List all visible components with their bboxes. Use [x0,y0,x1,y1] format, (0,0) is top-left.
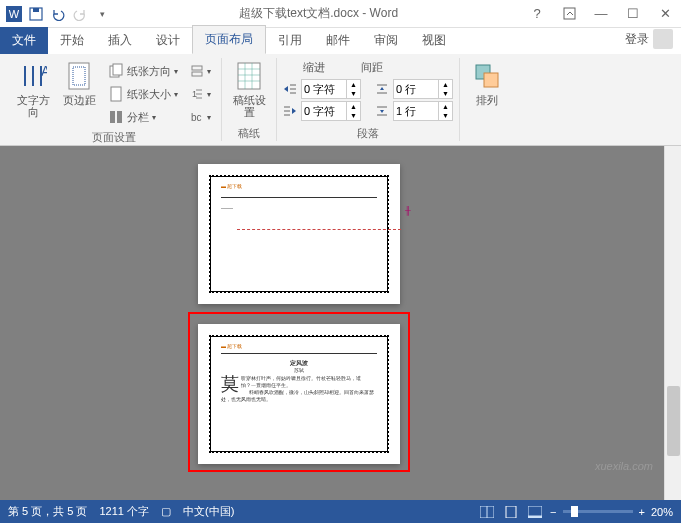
section-break-line [237,229,401,230]
ribbon-display-button[interactable] [557,4,581,24]
group-稿纸: 稿纸设置 稿纸 [222,58,277,141]
word-count[interactable]: 1211 个字 [99,504,149,519]
zoom-out[interactable]: − [550,506,556,518]
svg-text:bc: bc [191,112,202,123]
svg-rect-12 [117,111,122,123]
poem-line4: 处，也无风雨也无晴。 [221,396,271,402]
group-paragraph: 缩进间距 ▲▼ ▲▼ ▲▼ ▲▼ 段落 [277,58,460,141]
redo-icon[interactable] [70,4,90,24]
tab-design[interactable]: 设计 [144,27,192,54]
breaks-button[interactable]: ▾ [186,60,215,82]
zoom-in[interactable]: + [639,506,645,518]
print-layout-icon[interactable] [502,504,520,520]
tab-mailings[interactable]: 邮件 [314,27,362,54]
spellcheck-icon[interactable]: ▢ [161,505,171,518]
page1-header: 超下载 [227,183,242,189]
indent-right-input[interactable]: ▲▼ [301,101,361,121]
spacing-after-icon [375,105,389,117]
language-status[interactable]: 中文(中国) [183,504,234,519]
text-direction-button[interactable]: A 文字方向 [12,58,54,118]
tab-review[interactable]: 审阅 [362,27,410,54]
poem-line2: 怕？一蓑烟雨任平生。 [241,382,291,388]
indent-left-input[interactable]: ▲▼ [301,79,361,99]
page-thumb-1[interactable]: ▬ 超下载 —— [198,164,400,304]
watermark: xuexila.com [595,460,653,472]
break-marker: ╫ [405,206,411,215]
group-arrange: 排列 [460,58,514,141]
svg-rect-17 [238,63,260,89]
tab-insert[interactable]: 插入 [96,27,144,54]
arrange-button[interactable]: 排列 [466,58,508,106]
text-direction-label: 文字方向 [12,94,54,118]
vertical-scrollbar[interactable] [664,146,681,500]
spacing-after-input[interactable]: ▲▼ [393,101,453,121]
word-icon[interactable]: W [4,4,24,24]
margins-label: 页边距 [63,94,96,106]
ribbon: A 文字方向 页边距 纸张方向▾ 纸张大小▾ 分栏▾ ▾ 1▾ bc▾ 页面设置 [0,54,681,146]
tab-references[interactable]: 引用 [266,27,314,54]
poem-line3: 料峭春风吹酒醒，微冷，山头斜照却相迎。回首向来萧瑟 [221,389,377,396]
page2-header: 超下载 [227,343,242,349]
svg-text:W: W [9,8,20,20]
size-button[interactable]: 纸张大小▾ [104,83,182,105]
sign-in[interactable]: 登录 [617,24,681,54]
close-button[interactable]: ✕ [653,4,677,24]
page-setup-label: 页面设置 [92,128,136,145]
tab-file[interactable]: 文件 [0,27,48,54]
arrange-label: 排列 [476,94,498,106]
margins-button[interactable]: 页边距 [58,58,100,106]
paragraph-label: 段落 [357,124,379,141]
稿纸-label: 稿纸设置 [228,94,270,118]
orientation-button[interactable]: 纸张方向▾ [104,60,182,82]
help-button[interactable]: ? [525,4,549,24]
spacing-before-input[interactable]: ▲▼ [393,79,453,99]
avatar-icon [653,29,673,49]
columns-label: 分栏 [127,110,149,125]
poem-line1: 听穿林打叶声，何妨吟啸且徐行。竹杖芒鞋轻胜马，谁 [241,375,361,381]
web-layout-icon[interactable] [526,504,544,520]
dropcap: 莫 [221,375,239,393]
group-page-setup: A 文字方向 页边距 纸张方向▾ 纸张大小▾ 分栏▾ ▾ 1▾ bc▾ 页面设置 [6,58,222,141]
maximize-button[interactable]: ☐ [621,4,645,24]
svg-rect-22 [528,506,542,516]
document-area[interactable]: ▬ 超下载 —— ╫ ▬ 超下载 定风波 苏轼 莫 听穿林打叶声，何妨吟啸且徐行… [0,146,681,500]
page-status[interactable]: 第 5 页，共 5 页 [8,504,87,519]
tab-view[interactable]: 视图 [410,27,458,54]
undo-icon[interactable] [48,4,68,24]
svg-rect-4 [564,8,575,19]
sign-in-label: 登录 [625,31,649,48]
spacing-header: 间距 [361,60,383,75]
稿纸-button[interactable]: 稿纸设置 [228,58,270,118]
poem-author: 苏轼 [211,367,387,373]
columns-button[interactable]: 分栏▾ [104,106,182,128]
line-numbers-button[interactable]: 1▾ [186,83,215,105]
scroll-thumb[interactable] [667,386,680,456]
page-thumb-2[interactable]: ▬ 超下载 定风波 苏轼 莫 听穿林打叶声，何妨吟啸且徐行。竹杖芒鞋轻胜马，谁 … [198,324,400,464]
size-label: 纸张大小 [127,87,171,102]
svg-rect-10 [111,87,121,101]
quick-access-toolbar: W ▾ [4,4,112,24]
minimize-button[interactable]: — [589,4,613,24]
tab-home[interactable]: 开始 [48,27,96,54]
window-controls: ? — ☐ ✕ [525,4,677,24]
svg-rect-3 [33,8,39,12]
zoom-level[interactable]: 20% [651,506,673,518]
svg-rect-11 [110,111,115,123]
hyphenation-button[interactable]: bc▾ [186,106,215,128]
qat-customize-icon[interactable]: ▾ [92,4,112,24]
orientation-label: 纸张方向 [127,64,171,79]
window-title: 超级下载text文档.docx - Word [112,5,525,22]
title-bar: W ▾ 超级下载text文档.docx - Word ? — ☐ ✕ [0,0,681,28]
read-mode-icon[interactable] [478,504,496,520]
zoom-slider[interactable] [563,510,633,513]
svg-rect-9 [113,64,122,75]
indent-header: 缩进 [303,60,325,75]
indent-right-icon [283,105,297,117]
save-icon[interactable] [26,4,46,24]
svg-rect-21 [506,506,516,518]
svg-rect-23 [528,516,542,518]
svg-text:A: A [41,63,47,79]
spacing-before-icon [375,83,389,95]
ribbon-tabs: 文件 开始 插入 设计 页面布局 引用 邮件 审阅 视图 登录 [0,28,681,54]
tab-page-layout[interactable]: 页面布局 [192,25,266,54]
